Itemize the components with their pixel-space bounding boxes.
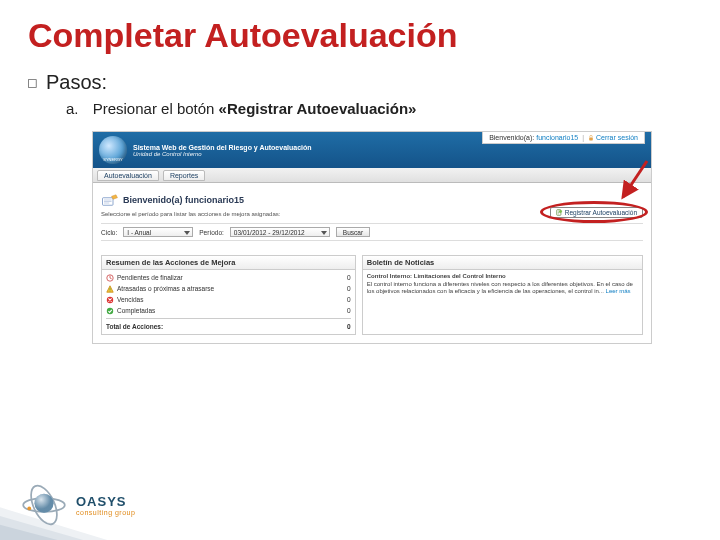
lock-icon xyxy=(588,135,594,141)
welcome-user-link[interactable]: funcionario15 xyxy=(536,134,578,141)
summary-value-2: 0 xyxy=(347,296,351,303)
app-header-right: Bienvenido(a): funcionario15 | Cerrar se… xyxy=(482,132,645,144)
summary-row-pending: Pendientes de finalizar 0 xyxy=(106,272,351,283)
welcome-title: Bienvenido(a) funcionario15 xyxy=(123,195,244,205)
warn-icon xyxy=(106,285,114,293)
synergy-logo: SYNERGY xyxy=(99,136,127,164)
periodo-select[interactable]: 03/01/2012 - 29/12/2012 xyxy=(230,227,330,237)
buscar-button[interactable]: Buscar xyxy=(336,227,370,237)
oasys-logo-icon xyxy=(18,484,70,526)
tab-reportes[interactable]: Reportes xyxy=(163,170,205,181)
step-a-letter: a. xyxy=(66,100,79,117)
summary-row-done: Completadas 0 xyxy=(106,305,351,316)
summary-row-expired: Vencidas 0 xyxy=(106,294,351,305)
embedded-screenshot: SYNERGY Sistema Web de Gestión del Riesg… xyxy=(92,131,652,344)
x-red-icon xyxy=(106,296,114,304)
summary-label-0: Pendientes de finalizar xyxy=(117,274,183,281)
clock-red-icon xyxy=(106,274,114,282)
summary-total-label: Total de Acciones: xyxy=(106,323,163,330)
news-text: El control interno funciona a diferentes… xyxy=(367,281,633,295)
summary-value-3: 0 xyxy=(347,307,351,314)
news-read-more-link[interactable]: Leer más xyxy=(606,288,631,294)
registrar-autoevaluacion-button[interactable]: Registrar Autoevaluación xyxy=(550,207,643,218)
app-header-title: Sistema Web de Gestión del Riesgo y Auto… xyxy=(133,144,312,151)
ciclo-select[interactable]: I - Anual xyxy=(123,227,193,237)
summary-label-1: Atrasadas o próximas a atrasarse xyxy=(117,285,214,292)
welcome-row: Bienvenido(a) funcionario15 xyxy=(101,193,643,207)
app-header-text: Sistema Web de Gestión del Riesgo y Auto… xyxy=(133,144,312,157)
divider xyxy=(106,318,351,319)
bottom-panels: Resumen de las Acciones de Mejora Pendie… xyxy=(93,249,651,343)
svg-point-7 xyxy=(107,307,113,313)
summary-list: Pendientes de finalizar 0 Atrasadas o pr… xyxy=(102,270,355,334)
summary-label-3: Completadas xyxy=(117,307,155,314)
ciclo-label: Ciclo: xyxy=(101,229,117,236)
filters-row: Ciclo: I - Anual Período: 03/01/2012 - 2… xyxy=(101,223,643,241)
summary-total-value: 0 xyxy=(347,323,351,330)
svg-point-11 xyxy=(34,494,53,513)
summary-value-1: 0 xyxy=(347,285,351,292)
synergy-label: SYNERGY xyxy=(103,157,123,162)
logout-link[interactable]: Cerrar sesión xyxy=(596,134,638,141)
summary-total-row: Total de Acciones: 0 xyxy=(106,321,351,332)
svg-point-12 xyxy=(27,507,31,511)
news-title: Boletín de Noticias xyxy=(363,256,642,270)
registrar-button-label: Registrar Autoevaluación xyxy=(565,209,637,216)
svg-rect-5 xyxy=(110,290,111,291)
footer-tagline: consulting group xyxy=(76,509,135,516)
news-subject: Control Interno: Limitaciones del Contro… xyxy=(367,273,506,279)
bullet-icon: □ xyxy=(28,74,36,90)
footer-text: OASYS consulting group xyxy=(76,494,135,516)
summary-value-0: 0 xyxy=(347,274,351,281)
separator: | xyxy=(582,134,584,141)
news-body: Control Interno: Limitaciones del Contro… xyxy=(363,270,642,299)
note-icon xyxy=(556,209,563,216)
summary-row-late: Atrasadas o próximas a atrasarse 0 xyxy=(106,283,351,294)
steps-label: Pasos: xyxy=(46,71,107,93)
tab-autoevaluacion[interactable]: Autoevaluación xyxy=(97,170,159,181)
footer-logo: OASYS consulting group xyxy=(18,484,135,526)
svg-rect-4 xyxy=(110,287,111,289)
welcome-user-prefix: Bienvenido(a): xyxy=(489,134,536,141)
app-header-subtitle: Unidad de Control Interno xyxy=(133,151,312,157)
step-a-bold: «Registrar Autoevaluación» xyxy=(219,100,417,117)
periodo-label: Período: xyxy=(199,229,224,236)
summary-panel: Resumen de las Acciones de Mejora Pendie… xyxy=(101,255,356,335)
check-green-icon xyxy=(106,307,114,315)
svg-rect-0 xyxy=(589,138,593,141)
app-header: SYNERGY Sistema Web de Gestión del Riesg… xyxy=(93,132,651,168)
app-tabs: Autoevaluación Reportes xyxy=(93,168,651,183)
news-panel: Boletín de Noticias Control Interno: Lim… xyxy=(362,255,643,335)
step-a-pre: Presionar el botón xyxy=(93,100,219,117)
pencil-icon xyxy=(101,193,119,207)
slide-title: Completar Autoevaluación xyxy=(0,0,720,63)
summary-label-2: Vencidas xyxy=(117,296,143,303)
footer-brand: OASYS xyxy=(76,494,135,509)
app-body: Bienvenido(a) funcionario15 Seleccione e… xyxy=(93,183,651,249)
step-a: a. Presionar el botón «Registrar Autoeva… xyxy=(0,94,720,127)
summary-title: Resumen de las Acciones de Mejora xyxy=(102,256,355,270)
steps-heading: □ Pasos: xyxy=(0,63,720,94)
